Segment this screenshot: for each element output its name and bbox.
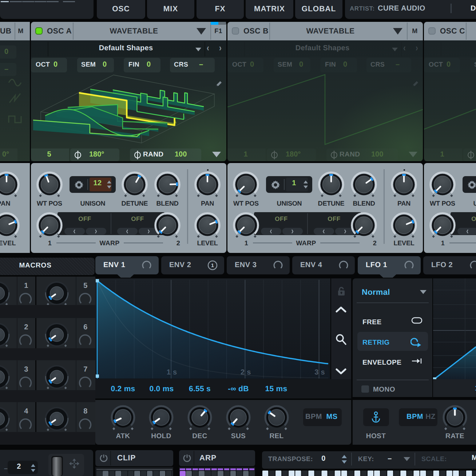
svg-text:1: 1 [211, 262, 214, 268]
